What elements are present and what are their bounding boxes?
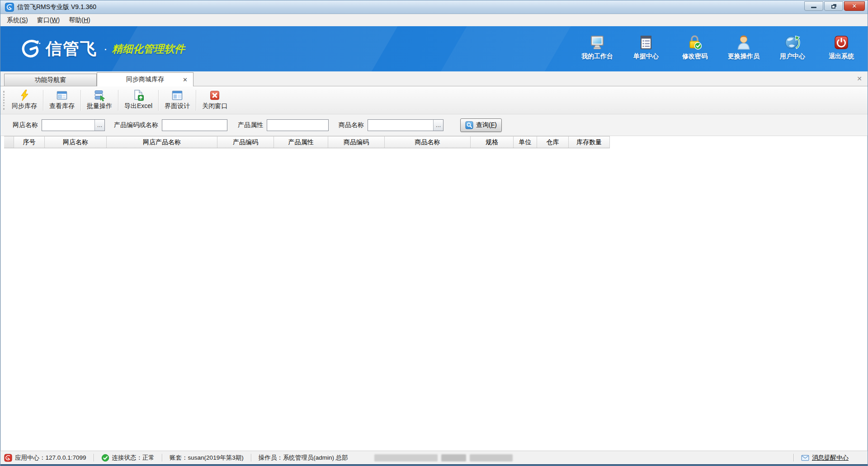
tab-function-nav[interactable]: 功能导航窗 [4,74,97,86]
shop-name-picker-button[interactable]: … [94,120,104,131]
query-button[interactable]: 查询(F) [460,118,502,132]
column-header-spec[interactable]: 规格 [471,137,514,148]
column-header-shop-name[interactable]: 网店名称 [45,137,107,148]
quick-action-document-center[interactable]: 单据中心 [624,34,668,61]
brand-name: 信管飞 [46,38,97,60]
quick-actions: 我的工作台 单据中心 修改密码 更换操作员 [576,34,863,63]
product-code-or-name-input[interactable] [162,120,227,130]
statusbar-separator [251,454,251,461]
minimize-button[interactable] [804,1,823,11]
toolbar-grip[interactable] [3,91,5,110]
column-header-product-attr[interactable]: 产品属性 [274,137,328,148]
app-center-icon [4,454,12,462]
brand-logo-icon [20,39,41,58]
toolbar-batch-operation-button[interactable]: 批量操作 [82,88,117,112]
toolbar-separator [80,90,81,111]
inventory-grid: 序号 网店名称 网店产品名称 产品编码 产品属性 商品编码 商品名称 规格 单位… [0,136,868,451]
close-button[interactable]: ✕ [844,1,865,11]
quick-action-switch-operator[interactable]: 更换操作员 [722,34,765,61]
envelope-icon [801,455,809,461]
batch-layers-icon [94,89,105,101]
tab-sync-mall-inventory[interactable]: 同步商城库存 ✕ [97,72,193,86]
toolbar-view-inventory-button[interactable]: 查看库存 [45,88,79,112]
toolbar-ui-design-button[interactable]: 界面设计 [160,88,194,112]
menu-window[interactable]: 窗口(W) [33,14,65,26]
brand-dot: · [104,42,108,56]
app-center-status: 应用中心：127.0.0.1:7099 [15,454,86,462]
product-code-or-name-field [162,119,227,131]
close-icon: ✕ [852,3,857,9]
document-list-icon [638,34,654,51]
shop-name-label: 网店名称 [13,121,38,129]
tab-label: 同步商城库存 [126,75,164,84]
restore-icon [831,5,835,9]
app-window: 信管飞RMS专业版 V9.1.360 ✕ 系统(S) 窗口(W) 帮助(H) 信… [0,0,868,466]
header-banner: 信管飞 · 精细化管理软件 我的工作台 单据中心 修改密码 [0,26,868,71]
toolbar-close-window-button[interactable]: 关闭窗口 [198,88,232,112]
product-attr-label: 产品属性 [238,121,263,129]
connection-ok-icon [101,454,109,462]
product-attr-input[interactable] [267,120,328,130]
minimize-icon [811,7,816,8]
message-center-link[interactable]: 消息提醒中心 [812,454,849,462]
toolbar-sync-inventory-button[interactable]: 同步库存 [7,88,42,112]
quick-action-exit-system[interactable]: 退出系统 [820,34,863,61]
filter-bar: 网店名称 … 产品编码或名称 产品属性 商品名称 … 查询(F) [0,114,868,136]
product-code-or-name-label: 产品编码或名称 [114,121,158,129]
redacted-text [374,454,513,461]
goods-name-label: 商品名称 [339,121,364,129]
window-controls: ✕ [804,0,865,14]
tab-close-icon[interactable]: ✕ [183,76,188,83]
column-header-shop-product-name[interactable]: 网店产品名称 [107,137,217,148]
toolbar: 同步库存 查看库存 批量操作 导出Excel 界 [0,86,868,114]
grid-body-empty[interactable] [1,148,867,451]
app-logo-icon [5,3,14,12]
shop-name-input[interactable] [42,120,94,130]
quick-action-change-password[interactable]: 修改密码 [673,34,717,61]
person-icon [736,34,752,51]
tab-strip: 功能导航窗 同步商城库存 ✕ ✕ [0,71,868,86]
goods-name-field: … [368,119,443,131]
menu-system[interactable]: 系统(S) [2,14,33,26]
column-header-goods-code[interactable]: 商品编码 [328,137,385,148]
power-icon [833,34,849,51]
toolbar-separator [158,90,159,111]
toolbar-separator [196,90,196,111]
toolbar-separator [43,90,43,111]
column-header-warehouse[interactable]: 仓库 [537,137,569,148]
goods-name-input[interactable] [368,120,433,130]
status-bar: 应用中心：127.0.0.1:7099 连接状态：正常 账套：susan(201… [0,451,868,466]
statusbar-separator [94,454,94,461]
goods-name-picker-button[interactable]: … [433,120,443,131]
account-info: 账套：susan(2019年第3期) [170,454,244,462]
operator-info: 操作员：系统管理员(admin) 总部 [259,454,348,462]
column-header-unit[interactable]: 单位 [514,137,537,148]
product-attr-field [267,119,329,131]
column-header-stock-qty[interactable]: 库存数量 [569,137,610,148]
menu-help[interactable]: 帮助(H) [64,14,94,26]
column-header-seq[interactable]: 序号 [14,137,45,148]
toolbar-export-excel-button[interactable]: 导出Excel [120,88,157,112]
grid-indicator-column [4,137,14,148]
grid-header-row: 序号 网店名称 网店产品名称 产品编码 产品属性 商品编码 商品名称 规格 单位… [4,136,610,148]
shop-name-field: … [42,119,105,131]
quick-action-my-workbench[interactable]: 我的工作台 [576,34,619,61]
brand-slogan: 精细化管理软件 [112,42,185,56]
connection-status: 连接状态：正常 [112,454,155,462]
restore-button[interactable] [824,1,843,11]
close-window-icon [209,89,221,101]
layout-design-icon [171,89,183,101]
quick-action-user-center[interactable]: 用户中心 [771,34,814,61]
lock-check-icon [687,34,703,51]
brand-block: 信管飞 · 精细化管理软件 [20,38,185,60]
tab-strip-close-icon[interactable]: ✕ [857,75,862,82]
title-bar: 信管飞RMS专业版 V9.1.360 ✕ [0,0,868,14]
query-button-label: 查询(F) [476,121,497,129]
view-window-icon [56,89,68,101]
window-title: 信管飞RMS专业版 V9.1.360 [17,3,96,11]
tab-label: 功能导航窗 [35,76,66,84]
export-excel-icon [132,89,144,101]
column-header-product-code[interactable]: 产品编码 [217,137,274,148]
column-header-goods-name[interactable]: 商品名称 [385,137,471,148]
menu-bar: 系统(S) 窗口(W) 帮助(H) [0,14,868,26]
